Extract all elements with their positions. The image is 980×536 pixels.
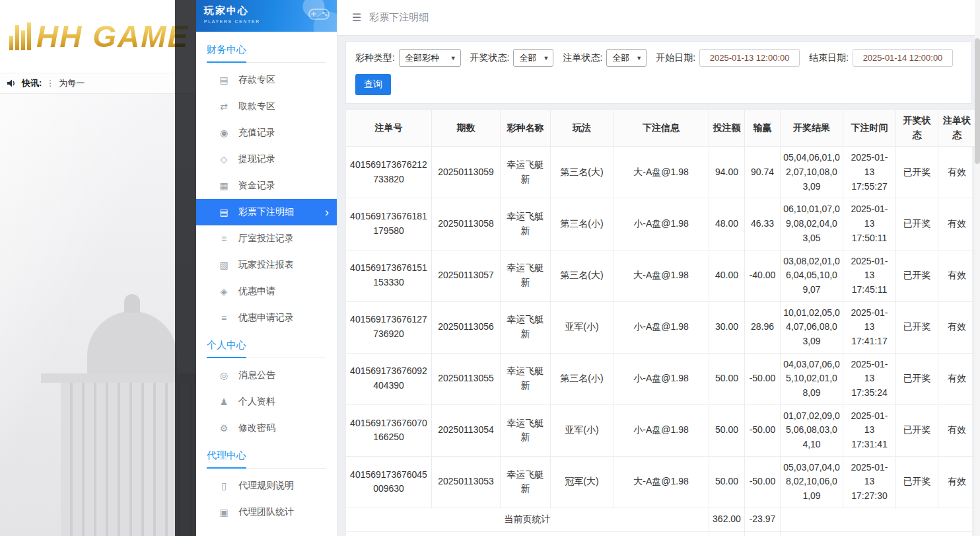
cell-order-status: 有效: [938, 456, 976, 508]
cell-period: 20250113056: [432, 301, 501, 353]
sidebar-section-title: 代理中心: [207, 449, 326, 469]
chevron-down-icon: ▼: [543, 55, 549, 61]
cell-order-id: 401569173676212733820: [346, 147, 432, 198]
main-panel: ☰ 彩票下注明细 彩种类型: 全部彩种 ▼ 开奖状态: 全部 ▼ 注单状态: 全…: [337, 0, 980, 536]
wallet-icon: ▦: [219, 180, 229, 191]
chevron-down-icon: ▼: [636, 55, 642, 61]
cell-order-id: 401569173676045009630: [346, 456, 432, 508]
cell-order-status: 有效: [938, 250, 976, 301]
sidebar: 玩家中心 PLAYERS CENTER 财务中心▤存款专区⇄取款专区◉充值记录◇…: [196, 0, 337, 536]
scrollbar[interactable]: [975, 0, 980, 536]
bell-icon: ◎: [219, 370, 229, 381]
summary-amount: 362.00: [709, 508, 745, 531]
draw-status-select[interactable]: 全部 ▼: [513, 49, 553, 67]
sidebar-item-label: 修改密码: [238, 422, 275, 434]
modal-backdrop[interactable]: [175, 0, 196, 536]
lottery-type-select[interactable]: 全部彩种 ▼: [399, 49, 461, 67]
cell-winloss: 46.33: [745, 198, 781, 250]
sidebar-item-withdraw-area[interactable]: ⇄取款专区: [196, 93, 337, 120]
report-icon: ▧: [219, 260, 229, 270]
cell-bet-info: 大-A盘@1.98: [613, 456, 709, 508]
lottery-type-label: 彩种类型:: [355, 52, 395, 64]
summary-empty: [781, 531, 976, 536]
sidebar-item-hall-bet-records[interactable]: ≡厅室投注记录: [196, 225, 337, 252]
sidebar-item-agent-rules[interactable]: ▯代理规则说明: [196, 473, 337, 499]
cell-amount: 40.00: [709, 250, 745, 301]
column-header: 玩法: [551, 110, 613, 147]
gift-icon: ◈: [219, 286, 229, 297]
sidebar-item-messages[interactable]: ◎消息公告: [196, 362, 337, 389]
cell-winloss: 28.96: [745, 301, 781, 353]
sidebar-item-recharge-records[interactable]: ◉充值记录: [196, 120, 337, 146]
cell-winloss: 90.74: [745, 147, 781, 198]
news-ticker: 快讯: ⋮ 为每一: [0, 73, 196, 94]
table-row: 40156917367607016625020250113054幸运飞艇新亚军(…: [346, 404, 976, 456]
sidebar-item-lottery-bet-details[interactable]: ▤彩票下注明细›: [196, 199, 337, 225]
cell-order-id: 401569173676151153330: [346, 250, 432, 301]
cell-winloss: -50.00: [745, 404, 781, 456]
cell-winloss: -40.00: [745, 250, 781, 301]
column-header: 输赢: [745, 110, 781, 147]
cell-time: 2025-01-13 17:45:11: [843, 250, 896, 301]
cell-draw-status: 已开奖: [896, 404, 938, 456]
cell-draw-status: 已开奖: [896, 456, 938, 508]
sidebar-item-deposit-area[interactable]: ▤存款专区: [196, 67, 337, 93]
table-foot: 当前页统计362.00-23.97总统计362.00-23.97: [346, 508, 976, 536]
user-icon: ♟: [219, 397, 229, 407]
start-date-label: 开始日期:: [656, 52, 695, 64]
sidebar-item-label: 资金记录: [238, 180, 275, 192]
cell-lottery: 幸运飞艇新: [501, 250, 551, 301]
cell-time: 2025-01-13 17:27:30: [843, 456, 896, 508]
cell-amount: 48.00: [709, 198, 745, 250]
cell-bet-info: 小-A盘@1.98: [613, 353, 709, 404]
column-header: 期数: [432, 110, 501, 147]
scrollbar-thumb[interactable]: [975, 38, 980, 164]
end-date-input[interactable]: [853, 49, 953, 67]
cell-order-status: 有效: [938, 198, 976, 250]
sidebar-item-funds-records[interactable]: ▦资金记录: [196, 172, 337, 199]
cell-time: 2025-01-13 17:41:17: [843, 301, 896, 353]
cell-play: 亚军(小): [551, 404, 613, 456]
cell-result: 06,10,01,07,09,08,02,04,03,05: [781, 198, 843, 250]
cell-play: 冠军(大): [551, 456, 613, 508]
start-date-input[interactable]: [699, 49, 800, 67]
cell-result: 05,03,07,04,08,02,10,06,01,09: [781, 456, 843, 508]
sidebar-header: 玩家中心 PLAYERS CENTER: [196, 0, 337, 32]
filter-row: 彩种类型: 全部彩种 ▼ 开奖状态: 全部 ▼ 注单状态: 全部 ▼ 开始日期:…: [355, 49, 962, 67]
cell-draw-status: 已开奖: [896, 147, 938, 198]
sidebar-item-label: 玩家投注报表: [238, 259, 294, 271]
cell-order-status: 有效: [938, 353, 976, 404]
cell-order-id: 401569173676092404390: [346, 353, 432, 404]
sidebar-item-agent-team-stats[interactable]: ▣代理团队统计: [196, 499, 337, 525]
cell-result: 03,08,02,01,06,04,05,10,09,07: [781, 250, 843, 301]
screen: HH GAME 快讯: ⋮ 为每一 玩家中心 PLAYERS CENTER: [0, 0, 980, 536]
query-button[interactable]: 查询: [355, 74, 391, 95]
order-status-select[interactable]: 全部 ▼: [606, 49, 647, 67]
sidebar-item-promo-apply-records[interactable]: ≡优惠申请记录: [196, 305, 337, 331]
cell-order-id: 401569173676181179580: [346, 198, 432, 250]
logo-bars-icon: [9, 22, 31, 54]
cell-amount: 30.00: [709, 301, 745, 353]
promo-records-icon: ≡: [219, 313, 229, 323]
bet-table: 注单号期数彩种名称玩法下注信息投注额输赢开奖结果下注时间开奖状态注单状态 401…: [345, 109, 976, 536]
sidebar-item-change-password[interactable]: ⚙修改密码: [196, 415, 337, 441]
cell-result: 10,01,02,05,04,07,06,08,03,09: [781, 301, 843, 353]
menu-icon[interactable]: ☰: [352, 11, 361, 24]
cell-result: 04,03,07,06,05,10,02,01,08,09: [781, 353, 843, 404]
document-icon: ▯: [219, 480, 229, 491]
cell-lottery: 幸运飞艇新: [501, 147, 551, 198]
sidebar-item-label: 代理团队统计: [238, 506, 294, 518]
sidebar-item-promo-apply[interactable]: ◈优惠申请: [196, 278, 337, 305]
sidebar-item-player-bet-report[interactable]: ▧玩家投注报表: [196, 252, 337, 278]
cell-period: 20250113054: [432, 404, 501, 456]
draw-status-value: 全部: [519, 52, 536, 64]
cell-bet-info: 小-A盘@1.98: [613, 301, 709, 353]
sidebar-item-withdraw-records[interactable]: ◇提现记录: [196, 146, 337, 172]
cell-draw-status: 已开奖: [896, 301, 938, 353]
draw-status-label: 开奖状态:: [470, 52, 510, 64]
sidebar-item-label: 优惠申请: [238, 286, 275, 297]
sidebar-item-profile[interactable]: ♟个人资料: [196, 389, 337, 415]
cell-period: 20250113059: [432, 147, 501, 198]
site-logo[interactable]: HH GAME: [9, 19, 189, 54]
cell-time: 2025-01-13 17:55:27: [843, 147, 896, 198]
